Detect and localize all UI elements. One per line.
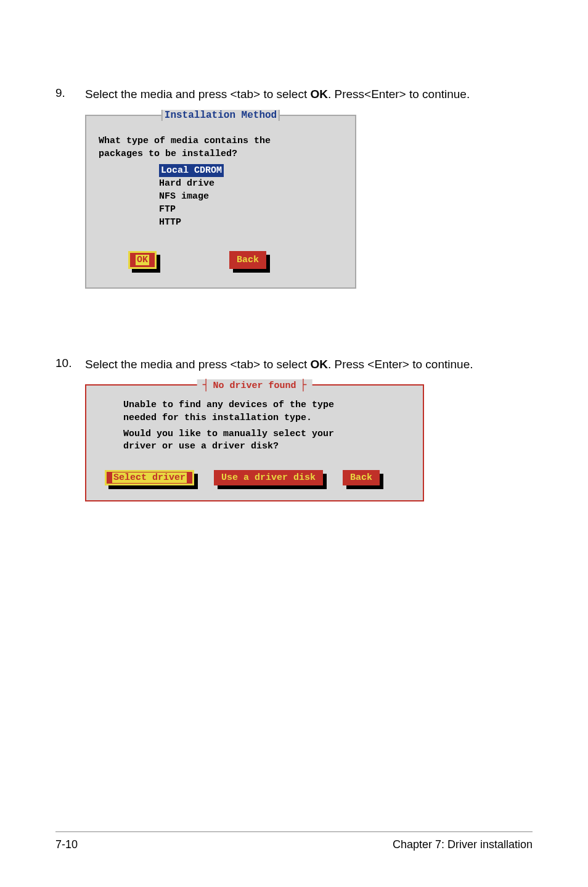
- button-face: OK: [128, 251, 157, 269]
- back-button-label: Back: [229, 251, 266, 269]
- page-number: 7-10: [55, 838, 78, 851]
- dialog-line-4: driver or use a driver disk?: [123, 441, 279, 452]
- media-item-local-cdrom[interactable]: Local CDROM: [159, 164, 224, 177]
- step-text-before: Select the media and press <tab> to sele…: [85, 88, 310, 101]
- page-footer: 7-10 Chapter 7: Driver installation: [55, 831, 533, 851]
- dialog-buttons: OK Back: [99, 251, 343, 269]
- back-button[interactable]: Back: [343, 470, 380, 485]
- chapter-title: Chapter 7: Driver installation: [393, 838, 533, 851]
- back-label: Back: [343, 470, 380, 485]
- step-text-after: . Press <Enter> to continue.: [328, 358, 473, 371]
- media-item-http[interactable]: HTTP: [159, 216, 343, 229]
- step-text: Select the media and press <tab> to sele…: [85, 357, 533, 373]
- ok-button[interactable]: OK: [128, 251, 157, 269]
- dialog-text: Unable to find any devices of the type n…: [123, 399, 386, 453]
- select-driver-button[interactable]: Select driver: [105, 470, 194, 485]
- step-9: 9. Select the media and press <tab> to s…: [55, 86, 533, 102]
- media-item-ftp[interactable]: FTP: [159, 203, 343, 216]
- dialog-title-wrap: ┤No driver found├: [197, 379, 312, 392]
- step-number: 9.: [55, 86, 85, 102]
- ok-button-label: OK: [136, 255, 149, 265]
- dialog-buttons: Select driver Use a driver disk Back: [97, 470, 412, 485]
- back-button[interactable]: Back: [229, 251, 266, 269]
- dialog-line-3: Would you like to manually select your: [123, 429, 334, 439]
- title-bracket-left: ┤: [199, 379, 213, 391]
- use-disk-label: Use a driver disk: [214, 470, 323, 485]
- step-bold: OK: [310, 358, 328, 371]
- select-driver-label: Select driver: [112, 472, 187, 483]
- dialog-body: What type of media contains the packages…: [99, 134, 343, 269]
- use-driver-disk-button[interactable]: Use a driver disk: [214, 470, 323, 485]
- dialog-line-1: Unable to find any devices of the type: [123, 400, 334, 410]
- step-text-after: . Press<Enter> to continue.: [328, 88, 470, 101]
- media-item-hard-drive[interactable]: Hard drive: [159, 177, 343, 190]
- dialog-title: Installation Method: [161, 110, 280, 121]
- step-text-before: Select the media and press <tab> to sele…: [85, 358, 310, 371]
- no-driver-found-dialog: ┤No driver found├ Unable to find any dev…: [85, 384, 424, 501]
- title-bracket-right: ├: [296, 379, 311, 391]
- dialog-line-2: needed for this installation type.: [123, 413, 312, 423]
- dialog-title: No driver found: [213, 381, 296, 391]
- media-list: Local CDROM Hard drive NFS image FTP HTT…: [159, 164, 343, 229]
- prompt-line-1: What type of media contains the: [99, 134, 343, 147]
- installation-method-dialog: Installation Method What type of media c…: [85, 115, 356, 289]
- dialog-prompt: What type of media contains the packages…: [99, 134, 343, 160]
- prompt-line-2: packages to be installed?: [99, 147, 343, 160]
- step-text: Select the media and press <tab> to sele…: [85, 86, 533, 102]
- step-10: 10. Select the media and press <tab> to …: [55, 357, 533, 373]
- step-number: 10.: [55, 357, 85, 373]
- button-face: Select driver: [105, 470, 194, 485]
- media-item-nfs-image[interactable]: NFS image: [159, 190, 343, 203]
- step-bold: OK: [310, 88, 328, 101]
